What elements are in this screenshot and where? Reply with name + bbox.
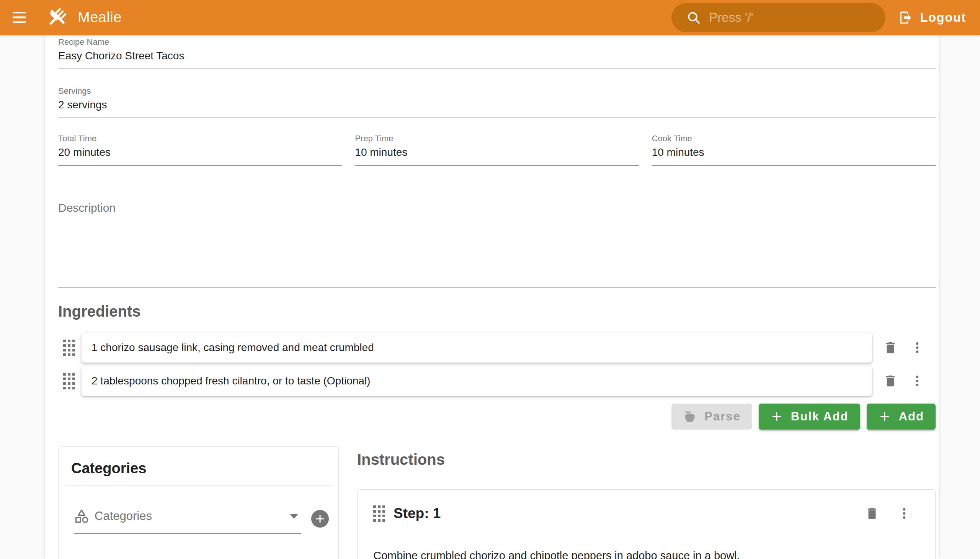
- trash-icon: [883, 341, 898, 355]
- hamburger-bar: [13, 22, 26, 23]
- cook-time-input[interactable]: [652, 145, 935, 165]
- ingredient-row: [58, 333, 935, 362]
- logout-icon: [899, 10, 913, 25]
- recipe-name-label: Recipe Name: [58, 37, 935, 47]
- bulk-add-label: Bulk Add: [791, 410, 849, 423]
- prep-time-field: Prep Time: [355, 134, 638, 166]
- search-box[interactable]: [671, 3, 886, 32]
- app-title: Mealie: [78, 9, 122, 26]
- description-input[interactable]: [58, 215, 937, 285]
- add-category-button[interactable]: [311, 510, 329, 528]
- recipe-name-field: Recipe Name: [58, 37, 935, 69]
- total-time-field: Total Time: [58, 134, 342, 166]
- categories-select-label: Categories: [94, 509, 290, 523]
- drag-handle-icon[interactable]: [63, 373, 75, 389]
- servings-input[interactable]: [58, 98, 935, 117]
- ingredients-heading: Ingredients: [58, 303, 935, 320]
- time-fields-row: Total Time Prep Time Cook Time: [58, 134, 935, 166]
- categories-select[interactable]: Categories: [74, 508, 301, 534]
- mealie-logo-icon: [46, 7, 68, 29]
- search-input[interactable]: [708, 10, 882, 25]
- logout-label: Logout: [920, 10, 966, 25]
- description-field: Description: [58, 187, 935, 288]
- categories-card: Categories Categories: [58, 447, 339, 559]
- search-icon: [686, 10, 701, 25]
- ingredient-menu-button[interactable]: [909, 341, 925, 354]
- hamburger-bar: [13, 12, 26, 14]
- parse-button[interactable]: Parse: [671, 404, 752, 430]
- kebab-icon: [898, 507, 911, 520]
- chevron-down-icon: [290, 514, 298, 519]
- total-time-input[interactable]: [58, 145, 342, 165]
- categories-card-title: Categories: [71, 460, 339, 477]
- servings-field: Servings: [58, 86, 935, 118]
- drag-handle-icon[interactable]: [373, 505, 385, 522]
- cook-time-label: Cook Time: [652, 134, 935, 144]
- trash-icon: [883, 374, 898, 388]
- ingredients-list: [58, 333, 935, 396]
- prep-time-input[interactable]: [355, 145, 638, 165]
- bulk-add-button[interactable]: Bulk Add: [759, 404, 860, 430]
- add-ingredient-button[interactable]: Add: [867, 404, 935, 430]
- step-title: Step: 1: [393, 505, 865, 521]
- hamburger-menu-button[interactable]: [13, 8, 31, 27]
- ingredient-input[interactable]: [91, 374, 863, 387]
- recipe-editor: Recipe Name Servings Total Time Prep Tim…: [45, 35, 939, 559]
- shapes-icon: [74, 508, 89, 524]
- add-label: Add: [899, 410, 924, 423]
- drag-handle-icon[interactable]: [63, 340, 75, 356]
- plus-icon: [770, 410, 783, 423]
- delete-step-button[interactable]: [865, 506, 879, 521]
- trash-icon: [865, 506, 879, 521]
- instructions-section: Instructions Step: 1: [357, 447, 935, 559]
- logout-button[interactable]: Logout: [896, 4, 968, 31]
- servings-label: Servings: [58, 86, 935, 96]
- ingredient-card: [81, 366, 872, 396]
- kebab-icon: [911, 341, 924, 354]
- ingredient-actions: Parse Bulk Add Add: [58, 404, 935, 430]
- delete-ingredient-button[interactable]: [882, 341, 899, 355]
- instructions-heading: Instructions: [357, 451, 935, 468]
- step-text[interactable]: Combine crumbled chorizo and chipotle pe…: [373, 548, 911, 559]
- hamburger-bar: [13, 17, 26, 18]
- cook-time-field: Cook Time: [652, 134, 935, 166]
- ingredient-input[interactable]: [91, 341, 863, 354]
- recipe-name-input[interactable]: [58, 49, 935, 69]
- total-time-label: Total Time: [58, 134, 342, 144]
- plus-icon: [315, 513, 326, 524]
- step-card: Step: 1 Combine crumbled chorizo and chi…: [357, 489, 935, 559]
- ingredient-card: [81, 333, 872, 362]
- plus-icon: [878, 410, 891, 423]
- delete-ingredient-button[interactable]: [882, 374, 899, 388]
- bottom-section: Categories Categories: [58, 447, 935, 559]
- step-menu-button[interactable]: [898, 507, 911, 520]
- apple-icon: [683, 410, 697, 423]
- kebab-icon: [911, 374, 924, 387]
- app-bar: Mealie Logout: [0, 0, 980, 35]
- divider: [65, 485, 333, 486]
- parse-label: Parse: [704, 410, 740, 423]
- ingredient-row: [58, 366, 935, 396]
- ingredient-menu-button[interactable]: [909, 374, 925, 387]
- description-label: Description: [58, 187, 935, 215]
- prep-time-label: Prep Time: [355, 134, 638, 144]
